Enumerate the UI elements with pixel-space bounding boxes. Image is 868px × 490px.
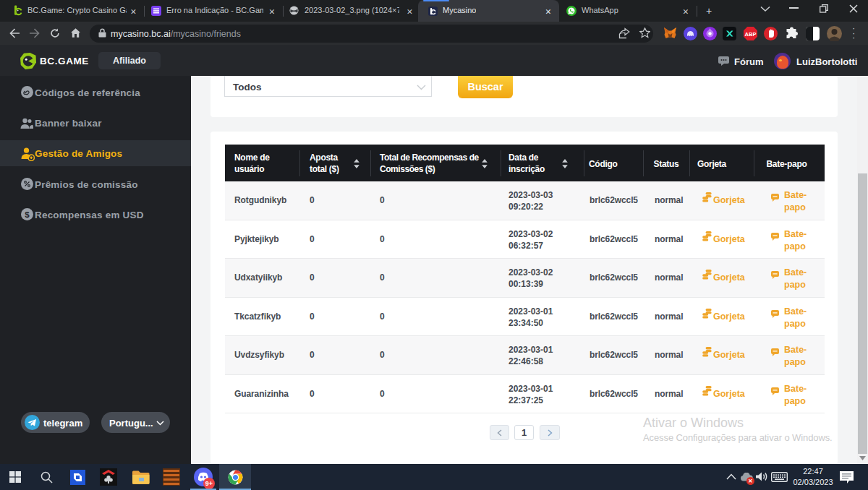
svg-text:ABP: ABP xyxy=(745,31,757,38)
svg-text:$: $ xyxy=(25,210,30,219)
